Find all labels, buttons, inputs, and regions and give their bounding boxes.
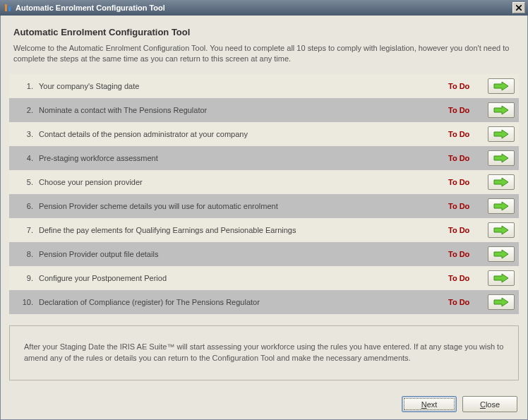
svg-marker-9 <box>494 202 508 210</box>
step-row: 4.Pre-staging workforce assessmentTo Do <box>9 146 519 170</box>
step-go-button[interactable] <box>488 294 515 310</box>
window-close-button[interactable] <box>512 2 525 13</box>
svg-marker-8 <box>494 178 508 186</box>
close-button[interactable]: Close <box>462 396 517 412</box>
step-status: To Do <box>448 178 488 186</box>
step-go-button[interactable] <box>488 150 515 166</box>
step-go-button[interactable] <box>488 198 515 214</box>
step-label: Pension Provider scheme details you will… <box>36 202 448 210</box>
step-label: Configure your Postponement Period <box>36 274 448 282</box>
svg-marker-11 <box>494 250 508 258</box>
close-mnemonic: C <box>480 400 486 409</box>
step-label: Nominate a contact with The Pensions Reg… <box>36 106 448 114</box>
svg-marker-13 <box>494 298 508 306</box>
step-row: 6.Pension Provider scheme details you wi… <box>9 194 519 218</box>
step-status: To Do <box>448 250 488 258</box>
step-number: 8. <box>19 250 36 258</box>
title-bar: Automatic Enrolment Configuration Tool <box>0 0 528 16</box>
step-go-button[interactable] <box>488 78 515 94</box>
next-mnemonic: N <box>421 400 427 409</box>
arrow-right-icon <box>493 249 509 259</box>
step-number: 3. <box>19 130 36 138</box>
step-label: Contact details of the pension administr… <box>36 130 448 138</box>
step-number: 9. <box>19 274 36 282</box>
step-label: Define the pay elements for Qualifying E… <box>36 226 448 234</box>
step-go-button[interactable] <box>488 246 515 262</box>
step-go-button[interactable] <box>488 270 515 286</box>
step-number: 2. <box>19 106 36 114</box>
steps-list: 1.Your company's Staging dateTo Do 2.Nom… <box>9 74 519 314</box>
footer-buttons: Next Close <box>402 396 517 412</box>
arrow-right-icon <box>493 201 509 211</box>
info-panel: After your Staging Date the IRIS AE Suit… <box>9 325 519 380</box>
svg-rect-0 <box>5 4 7 11</box>
step-go-button[interactable] <box>488 222 515 238</box>
step-status: To Do <box>448 226 488 234</box>
step-row: 8.Pension Provider output file detailsTo… <box>9 242 519 266</box>
step-number: 10. <box>19 298 36 306</box>
step-status: To Do <box>448 274 488 282</box>
step-row: 10.Declaration of Compliance (register) … <box>9 290 519 314</box>
step-status: To Do <box>448 106 488 114</box>
window-title: Automatic Enrolment Configuration Tool <box>16 4 512 12</box>
step-status: To Do <box>448 82 488 90</box>
arrow-right-icon <box>493 225 509 235</box>
arrow-right-icon <box>493 129 509 139</box>
step-row: 7.Define the pay elements for Qualifying… <box>9 218 519 242</box>
step-status: To Do <box>448 298 488 306</box>
close-button-rest: lose <box>486 400 500 409</box>
arrow-right-icon <box>493 273 509 283</box>
arrow-right-icon <box>493 153 509 163</box>
step-go-button[interactable] <box>488 102 515 118</box>
arrow-right-icon <box>493 177 509 187</box>
step-status: To Do <box>448 154 488 162</box>
next-button[interactable]: Next <box>402 396 457 412</box>
page-heading: Automatic Enrolment Configuration Tool <box>13 27 515 37</box>
step-label: Pre-staging workforce assessment <box>36 154 448 162</box>
step-number: 6. <box>19 202 36 210</box>
step-number: 4. <box>19 154 36 162</box>
step-status: To Do <box>448 202 488 210</box>
svg-marker-10 <box>494 226 508 234</box>
step-status: To Do <box>448 130 488 138</box>
step-number: 5. <box>19 178 36 186</box>
step-label: Choose your pension provider <box>36 178 448 186</box>
step-number: 7. <box>19 226 36 234</box>
step-row: 3.Contact details of the pension adminis… <box>9 122 519 146</box>
next-button-rest: ext <box>427 400 438 409</box>
app-icon <box>3 3 13 13</box>
arrow-right-icon <box>493 297 509 307</box>
svg-marker-12 <box>494 274 508 282</box>
svg-marker-4 <box>494 82 508 90</box>
step-label: Declaration of Compliance (register) for… <box>36 298 448 306</box>
step-row: 1.Your company's Staging dateTo Do <box>9 74 519 98</box>
step-number: 1. <box>19 82 36 90</box>
step-go-button[interactable] <box>488 126 515 142</box>
step-row: 2.Nominate a contact with The Pensions R… <box>9 98 519 122</box>
step-row: 5.Choose your pension providerTo Do <box>9 170 519 194</box>
arrow-right-icon <box>493 81 509 91</box>
arrow-right-icon <box>493 105 509 115</box>
svg-rect-1 <box>8 6 11 11</box>
step-row: 9.Configure your Postponement PeriodTo D… <box>9 266 519 290</box>
svg-marker-5 <box>494 106 508 114</box>
svg-marker-7 <box>494 154 508 162</box>
step-label: Your company's Staging date <box>36 82 448 90</box>
step-go-button[interactable] <box>488 174 515 190</box>
step-label: Pension Provider output file details <box>36 250 448 258</box>
intro-text: Welcome to the Automatic Enrolment Confi… <box>13 43 515 64</box>
svg-marker-6 <box>494 130 508 138</box>
dialog-body: Automatic Enrolment Configuration Tool W… <box>0 16 528 420</box>
